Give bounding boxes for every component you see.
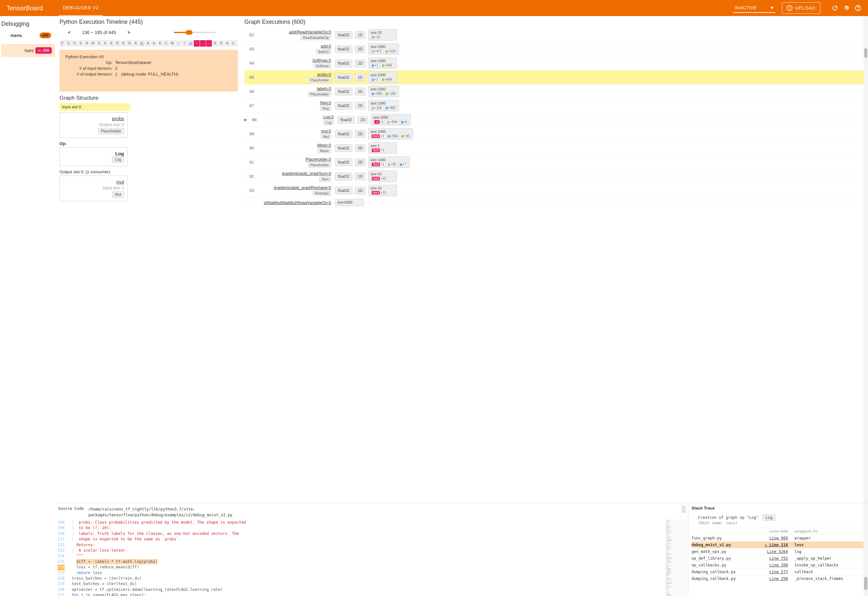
status-dropdown[interactable]: INACTIVE ▼ [733, 3, 775, 13]
ge-dtype: float32 [335, 173, 352, 180]
nan-label: NaN/ [24, 48, 34, 53]
graph-exec-row[interactable]: 91 Placeholder:0 Placeholder float32 2D … [244, 155, 865, 170]
ge-op-name[interactable]: gradients/add_grad/Sum:0 [262, 171, 331, 176]
timeline-prev-button[interactable]: < [66, 30, 72, 35]
timeline-cell[interactable]: E [157, 40, 163, 47]
ge-op-name[interactable]: gradients/add_grad/Reshape:0 [262, 185, 331, 190]
input-slot-box[interactable]: probs Output slot: 0 Placeholder [59, 112, 128, 138]
output-slot-box[interactable]: mul Input slot: 1 Mul [59, 176, 128, 201]
source-path-line1: /home/cais/venv_tf_nightly/lib/python3.7… [89, 506, 687, 512]
tab-debugger-v2[interactable]: DEBUGGER V2 [59, 0, 103, 16]
timeline-cell[interactable]: A [133, 40, 139, 47]
stack-line[interactable]: Line 969 [762, 536, 794, 540]
graph-exec-row[interactable]: 83 add:0 AddV2 float32 2D size:1000 ×471… [244, 42, 865, 56]
help-icon[interactable] [855, 4, 862, 12]
slider-thumb[interactable] [186, 30, 193, 35]
stack-row[interactable]: dumping_callback.py Line 258 _process_st… [691, 575, 865, 582]
stack-line[interactable]: ↓ Line 216 [762, 543, 794, 547]
graph-exec-row[interactable]: 90 Mean:0 Mean float32 0D size:1 NaN×1 [244, 141, 865, 155]
ge-op-name[interactable]: d/MatMul/MatMul/ReadVariableOn:0 [262, 200, 331, 205]
stack-line[interactable]: Line 755 [762, 556, 794, 561]
stack-row[interactable]: func_graph.py Line 969 wrapper [691, 535, 865, 541]
timeline-cell[interactable]: R [114, 40, 120, 47]
ge-op-name[interactable]: labels:0 [262, 86, 331, 91]
timeline-cell[interactable]: - [206, 40, 212, 47]
graph-exec-row[interactable]: 93 gradients/add_grad/Reshape:0 Reshape … [244, 184, 865, 198]
ge-op-type: Placeholder [308, 162, 331, 167]
timeline-cell[interactable]: R [237, 40, 238, 47]
timeline-cell[interactable]: R [127, 40, 133, 47]
timeline-cell[interactable]: ! [194, 40, 200, 47]
timeline-next-button[interactable]: > [126, 30, 132, 35]
ge-op-name[interactable]: mul:0 [262, 128, 331, 133]
stack-row[interactable]: gen_math_ops.py Line 5264 log [691, 548, 865, 555]
stack-row[interactable]: Line 600 wrapped_fn [691, 528, 865, 535]
ge-op-name[interactable]: add/ReadVariableOp:0 [262, 30, 331, 34]
ge-op-name[interactable]: Softmax:0 [262, 58, 331, 63]
timeline-cell[interactable]: A [224, 40, 230, 47]
graph-exec-row[interactable]: 84 Softmax:0 Softmax float32 2D size:100… [244, 56, 865, 71]
ge-op-name[interactable]: Neg:0 [262, 100, 331, 105]
code-lines[interactable]: | probs: Class probabilities predicted b… [67, 519, 666, 596]
graph-exec-row[interactable]: 89 mul:0 Mul float32 2D size:1000 NaN×1×… [244, 127, 865, 141]
timeline-cell[interactable]: C [163, 40, 169, 47]
timeline-cell[interactable]: R [212, 40, 218, 47]
timeline-cell[interactable]: C [230, 40, 236, 47]
path-step-up[interactable]: ▴ [682, 506, 686, 509]
gear-icon[interactable] [843, 4, 850, 12]
timeline-cell[interactable]: m [139, 40, 145, 47]
timeline-cell[interactable]: S [102, 40, 108, 47]
timeline-cell[interactable]: R [84, 40, 90, 47]
stack-row[interactable]: op_callbacks.py Line 208 invoke_op_callb… [691, 562, 865, 568]
stack-line[interactable]: Line 258 [762, 576, 794, 581]
graph-exec-row[interactable]: 82 add/ReadVariableOp:0 ReadVariableOp f… [244, 28, 865, 42]
timeline-cell[interactable]: A [145, 40, 151, 47]
timeline-cell[interactable]: - [200, 40, 206, 47]
timeline-cell[interactable]: I [182, 40, 187, 47]
timeline-slider[interactable] [174, 32, 216, 33]
ge-op-name[interactable]: Placeholder:0 [262, 157, 331, 162]
timeline-cell[interactable]: R [218, 40, 224, 47]
stack-row[interactable]: dumping_callback.py Line 577 callback [691, 568, 865, 575]
code-minimap[interactable]: ▬▬▬▬▬▬▬ ▬▬▬▬▬▬▬▬▬▬▬ ▬▬▬ ▬▬▬▬▬ ▬▬▬▬▬▬▬▬▬ … [666, 519, 688, 596]
timeline-cell[interactable]: P [59, 40, 65, 47]
graph-exec-row[interactable]: d/MatMul/MatMul/ReadVariableOn:0 size:50… [244, 198, 865, 208]
ge-dtype: float32 [335, 31, 352, 39]
timeline-cell[interactable]: S [78, 40, 84, 47]
timeline-cell[interactable]: R [108, 40, 114, 47]
stack-line[interactable]: Line 577 [762, 569, 794, 574]
graph-exec-row[interactable]: 86 labels:0 Placeholder float32 2D size:… [244, 84, 865, 99]
timeline-cell[interactable]: S [66, 40, 71, 47]
input-name[interactable]: probs [63, 116, 124, 121]
op-box[interactable]: Log Log [59, 147, 128, 166]
timeline-cell[interactable]: S [96, 40, 102, 47]
timeline-cell[interactable]: m [188, 40, 193, 47]
refresh-icon[interactable] [831, 4, 838, 12]
stack-line[interactable]: Line 5264 [762, 549, 794, 554]
stack-line[interactable]: Line 600 [762, 529, 794, 534]
stack-line[interactable]: Line 208 [762, 563, 794, 567]
graph-exec-scrollbar[interactable] [864, 16, 868, 503]
timeline-cell[interactable]: S [72, 40, 77, 47]
graph-exec-row[interactable]: 92 gradients/add_grad/Sum:0 Sum float32 … [244, 170, 865, 184]
timeline-cell[interactable]: M [170, 40, 175, 47]
path-step-down[interactable]: ▾ [682, 509, 686, 513]
timeline-cell[interactable]: R [121, 40, 126, 47]
graph-exec-row[interactable]: 85 probs:0 Placeholder float32 2D size:1… [244, 71, 865, 84]
ge-op-name[interactable]: probs:0 [262, 72, 331, 77]
ge-op-name[interactable]: Log:0 [264, 114, 334, 119]
timeline-cell[interactable]: A [151, 40, 157, 47]
ge-op-name[interactable]: add:0 [262, 44, 331, 49]
output-name[interactable]: mul [63, 179, 124, 184]
timeline-cell[interactable]: M [90, 40, 96, 47]
ge-op-name[interactable]: Mean:0 [262, 143, 331, 148]
ge-dtype: float32 [335, 88, 352, 96]
nan-alert-row[interactable]: NaN/ ∞: 499 [1, 44, 55, 57]
upload-button[interactable]: i UPLOAD [782, 2, 821, 14]
graph-exec-row[interactable]: ▶ 88 Log:0 Log float32 2D size:1000 -∞×1… [244, 113, 865, 127]
stack-row[interactable]: debug_mnist_v2.py ↓ Line 216 loss [691, 541, 865, 548]
timeline-cell[interactable]: I [176, 40, 181, 47]
graph-exec-row[interactable]: 87 Neg:0 Neg float32 2D size:1000 ×100×9… [244, 99, 865, 113]
stack-scrollbar[interactable] [864, 503, 868, 596]
stack-row[interactable]: op_def_library.py Line 755 _apply_op_hel… [691, 555, 865, 562]
